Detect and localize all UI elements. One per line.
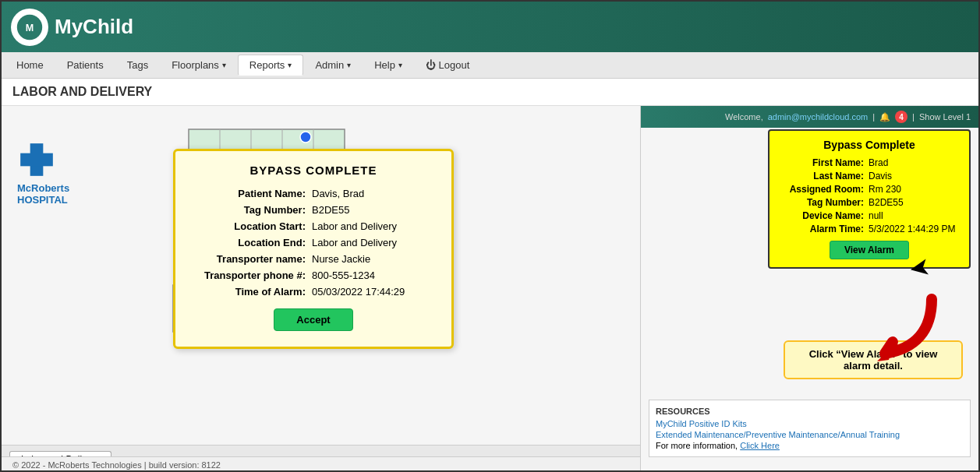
nav-patients[interactable]: Patients <box>55 55 115 76</box>
popup-value-lastname: Davis <box>869 171 892 181</box>
main-layout: McRoberts HOSPITAL <box>2 106 978 472</box>
user-bar: Welcome, admin@mychildcloud.com | 🔔 4 | … <box>641 106 978 128</box>
logo-area: M MyChild <box>11 9 133 46</box>
popup-label-tagnum: Tag Number: <box>779 197 869 208</box>
footer: © 2022 - McRoberts Technologies | build … <box>2 456 640 472</box>
hospital-cross-icon <box>17 140 56 179</box>
popup-label-device: Device Name: <box>779 210 869 221</box>
modal-label-transporter: Transporter name: <box>191 253 312 265</box>
modal-value-locstart: Labor and Delivery <box>312 220 397 232</box>
modal-value-transporter: Nurse Jackie <box>312 253 370 265</box>
modal-label-locend: Location End: <box>191 237 312 248</box>
hospital-logo: McRoberts HOSPITAL <box>17 137 69 206</box>
popup-row-firstname: First Name: Brad <box>779 157 960 168</box>
nav-reports[interactable]: Reports ▾ <box>238 55 304 76</box>
modal-row-time: Time of Alarm: 05/03/2022 17:44:29 <box>191 286 436 298</box>
svg-rect-3 <box>20 153 53 167</box>
bell-icon: 🔔 <box>879 112 890 122</box>
page-title: LABOR AND DELIVERY <box>2 79 978 106</box>
modal-label-locstart: Location Start: <box>191 220 312 232</box>
nav-tags[interactable]: Tags <box>115 55 160 76</box>
user-email-link[interactable]: admin@mychildcloud.com <box>768 112 869 122</box>
modal-row-phone: Transporter phone #: 800-555-1234 <box>191 269 436 281</box>
modal-label-tag: Tag Number: <box>191 204 312 216</box>
popup-row-lastname: Last Name: Davis <box>779 171 960 181</box>
show-level[interactable]: Show Level 1 <box>919 112 971 122</box>
separator1: | <box>872 112 875 122</box>
popup-label-firstname: First Name: <box>779 157 869 168</box>
nav-home[interactable]: Home <box>5 55 55 76</box>
svg-text:M: M <box>26 23 34 33</box>
resources-link-1[interactable]: MyChild Positive ID Kits <box>656 419 964 428</box>
modal-value-locend: Labor and Delivery <box>312 237 397 248</box>
modal-label-patient: Patient Name: <box>191 188 312 199</box>
popup-row-room: Assigned Room: Rm 230 <box>779 184 960 195</box>
popup-label-room: Assigned Room: <box>779 184 869 195</box>
resources-click-here[interactable]: Click Here <box>740 441 780 450</box>
modal-label-phone: Transporter phone #: <box>191 269 312 281</box>
bypass-popup-top: Bypass Complete First Name: Brad Last Na… <box>768 129 971 269</box>
left-panel: McRoberts HOSPITAL <box>2 106 641 472</box>
logo-icon: M <box>11 9 48 46</box>
popup-value-firstname: Brad <box>869 157 888 168</box>
hospital-name-line1: McRoberts <box>17 182 69 194</box>
accept-button[interactable]: Accept <box>274 308 352 331</box>
modal-value-patient: Davis, Brad <box>312 188 364 199</box>
resources-title: RESOURCES <box>656 407 964 416</box>
help-dropdown-arrow: ▾ <box>398 61 402 69</box>
modal-row-locstart: Location Start: Labor and Delivery <box>191 220 436 232</box>
red-arrow-svg <box>869 291 947 369</box>
resources-more-info: For more information, <box>656 441 738 450</box>
modal-row-locend: Location End: Labor and Delivery <box>191 237 436 248</box>
popup-value-tagnum: B2DE55 <box>869 197 904 208</box>
right-panel: Welcome, admin@mychildcloud.com | 🔔 4 | … <box>641 106 978 472</box>
nav-admin[interactable]: Admin ▾ <box>303 55 363 76</box>
logo-svg: M <box>16 13 44 41</box>
nav-bar: Home Patients Tags Floorplans ▾ Reports … <box>2 52 978 79</box>
red-arrow-container <box>869 291 947 372</box>
popup-value-device: null <box>869 210 883 221</box>
popup-row-device: Device Name: null <box>779 210 960 221</box>
popup-row-alarmtime: Alarm Time: 5/3/2022 1:44:29 PM <box>779 224 960 234</box>
bypass-modal: BYPASS COMPLETE Patient Name: Davis, Bra… <box>173 149 454 349</box>
modal-value-tag: B2DE55 <box>312 204 349 216</box>
hospital-name-line2: HOSPITAL <box>17 194 69 206</box>
modal-label-time: Time of Alarm: <box>191 286 312 298</box>
popup-value-alarmtime: 5/3/2022 1:44:29 PM <box>869 224 955 234</box>
view-alarm-button[interactable]: View Alarm <box>830 241 909 259</box>
popup-value-room: Rm 230 <box>869 184 901 195</box>
modal-value-phone: 800-555-1234 <box>312 269 375 281</box>
top-bar: M MyChild <box>2 2 978 52</box>
nav-logout[interactable]: ⏻ Logout <box>414 55 481 76</box>
nav-help[interactable]: Help ▾ <box>363 55 414 76</box>
alert-count[interactable]: 4 <box>895 111 907 123</box>
popup-label-lastname: Last Name: <box>779 171 869 181</box>
resources-section: RESOURCES MyChild Positive ID Kits Exten… <box>649 400 971 457</box>
popup-row-tagnum: Tag Number: B2DE55 <box>779 197 960 208</box>
floorplan-area: McRoberts HOSPITAL <box>2 106 640 445</box>
nav-floorplans[interactable]: Floorplans ▾ <box>160 55 238 76</box>
modal-row-patient: Patient Name: Davis, Brad <box>191 188 436 199</box>
app-title: MyChild <box>55 15 133 39</box>
modal-row-tag: Tag Number: B2DE55 <box>191 204 436 216</box>
modal-value-time: 05/03/2022 17:44:29 <box>312 286 405 298</box>
bypass-popup-title: Bypass Complete <box>779 139 960 151</box>
modal-row-transporter: Transporter name: Nurse Jackie <box>191 253 436 265</box>
welcome-text: Welcome, <box>725 112 763 122</box>
separator2: | <box>912 112 915 122</box>
resources-link-2[interactable]: Extended Maintenance/Preventive Maintena… <box>656 430 964 439</box>
bypass-modal-title: BYPASS COMPLETE <box>191 164 436 177</box>
svg-point-14 <box>300 132 311 143</box>
admin-dropdown-arrow: ▾ <box>347 61 351 69</box>
floorplans-dropdown-arrow: ▾ <box>222 61 226 69</box>
reports-dropdown-arrow: ▾ <box>288 61 292 69</box>
popup-label-alarmtime: Alarm Time: <box>779 224 869 234</box>
